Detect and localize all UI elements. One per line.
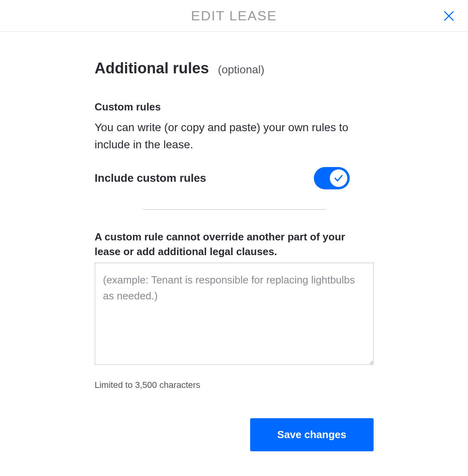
include-custom-rules-label: Include custom rules	[95, 172, 206, 185]
section-title: Additional rules	[95, 60, 209, 77]
optional-tag: (optional)	[218, 63, 264, 76]
close-button[interactable]	[441, 8, 457, 24]
divider	[143, 209, 326, 210]
include-custom-rules-row: Include custom rules	[95, 167, 374, 189]
toggle-knob	[330, 169, 347, 187]
char-limit-note: Limited to 3,500 characters	[95, 380, 374, 390]
custom-rules-description: You can write (or copy and paste) your o…	[95, 119, 374, 153]
close-icon	[443, 10, 455, 22]
actions-row: Save changes	[95, 418, 374, 451]
modal-title: EDIT LEASE	[191, 8, 277, 24]
custom-rule-warning: A custom rule cannot override another pa…	[95, 230, 374, 260]
check-icon	[333, 173, 344, 183]
modal-header: EDIT LEASE	[0, 0, 468, 32]
custom-rules-heading: Custom rules	[95, 101, 374, 113]
include-custom-rules-toggle[interactable]	[314, 167, 350, 189]
section-title-row: Additional rules (optional)	[95, 60, 374, 77]
custom-rules-textarea[interactable]	[95, 263, 374, 365]
modal-content: Additional rules (optional) Custom rules…	[95, 32, 374, 476]
save-button[interactable]: Save changes	[250, 418, 373, 451]
